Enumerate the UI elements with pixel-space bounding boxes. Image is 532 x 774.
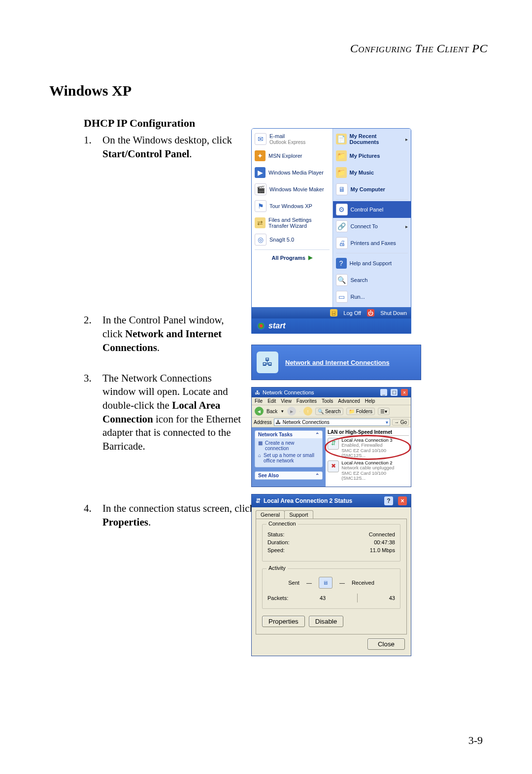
menu-help[interactable]: Help	[365, 398, 375, 404]
start-item-wmp[interactable]: ▶ Windows Media Player	[252, 164, 332, 181]
label: My Pictures	[350, 153, 380, 159]
menu-favorites[interactable]: Favorites	[297, 398, 317, 404]
go-button[interactable]: → Go	[392, 419, 409, 425]
task-home-network[interactable]: ⌂Set up a home or small office network	[258, 453, 319, 463]
run-icon: ▭	[336, 291, 348, 303]
label: SnagIt 5.0	[269, 237, 294, 243]
local-area-connection-2[interactable]: ✖ Local Area Connection 2Network cable u…	[328, 460, 409, 481]
step-bold: Start/Control Panel	[102, 148, 189, 160]
step-post: .	[157, 342, 160, 353]
start-item-msn[interactable]: ✦ MSN Explorer	[252, 147, 332, 164]
menu-file[interactable]: File	[255, 398, 263, 404]
activity-group: Activity Sent — 🖥 — Received Packets: 43…	[262, 568, 400, 609]
menu-view[interactable]: View	[281, 398, 292, 404]
arrow-icon: ▶	[308, 254, 312, 261]
menu-tools[interactable]: Tools	[322, 398, 333, 404]
folder-icon: 📁	[336, 167, 347, 178]
views-button[interactable]: ☰▾	[378, 408, 390, 415]
start-item-tour[interactable]: ⚑ Tour Windows XP	[252, 198, 332, 214]
up-button[interactable]: ↑	[303, 407, 312, 416]
label: All Programs	[272, 255, 305, 261]
local-area-connection-3[interactable]: ⇵ Local Area Connection 3Enabled, Firewa…	[328, 438, 409, 458]
start-menu-right-column: 📄 My Recent Documents ▸ 📁 My Pictures 📁 …	[332, 129, 411, 307]
wizard-icon: ▦	[258, 440, 263, 446]
start-item-snagit[interactable]: ◎ SnagIt 5.0	[252, 231, 332, 248]
status-label: Status:	[267, 531, 284, 537]
start-item-run[interactable]: ▭ Run...	[333, 288, 411, 305]
chevron-right-icon: ▸	[405, 137, 408, 142]
start-item-email[interactable]: ✉ E-mailOutlook Express	[252, 131, 332, 147]
start-item-fst[interactable]: ⇄ Files and Settings Transfer Wizard	[252, 214, 332, 231]
see-also-panel: See Also⌃	[255, 471, 323, 480]
label: Windows Movie Maker	[269, 186, 324, 192]
start-item-pictures[interactable]: 📁 My Pictures	[333, 147, 411, 164]
email-icon: ✉	[255, 133, 266, 145]
label: Files and Settings Transfer Wizard	[268, 217, 330, 229]
start-button[interactable]: start	[252, 318, 411, 333]
network-tasks-panel: Network Tasks⌃ ▦Create a new connection …	[255, 430, 323, 467]
all-programs-button[interactable]: All Programs ▶	[252, 251, 332, 263]
menu-bar: File Edit View Favorites Tools Advanced …	[252, 397, 411, 405]
close-button[interactable]: ×	[401, 389, 408, 396]
start-item-printers[interactable]: 🖨 Printers and Faxes	[333, 235, 411, 251]
panel-title: Network Tasks	[258, 432, 293, 437]
toolbar: ◄ Back▼ ► · ↑ 🔍Search 📁Folders ☰▾	[252, 405, 411, 418]
back-button[interactable]: ◄	[255, 407, 264, 416]
lan-icon: ⇵	[328, 438, 339, 450]
start-menu: ✉ E-mailOutlook Express ✦ MSN Explorer ▶…	[251, 128, 411, 334]
address-field[interactable]: 🖧 Network Connections ▾	[274, 419, 390, 426]
menu-edit[interactable]: Edit	[267, 398, 276, 404]
chevron-right-icon: ▸	[405, 224, 408, 229]
page-number: 3-9	[468, 734, 483, 747]
start-item-mycomputer[interactable]: 🖥 My Computer	[333, 181, 411, 198]
connection-group: Connection Status:Connected Duration:00:…	[262, 524, 400, 562]
collapse-icon[interactable]: ⌃	[315, 432, 319, 437]
minimize-button[interactable]: _	[380, 389, 387, 396]
conn-nic: SMC EZ Card 10/100 (SMC12S...	[341, 448, 409, 458]
start-item-help[interactable]: ? Help and Support	[333, 255, 411, 272]
search-icon: 🔍	[336, 274, 348, 286]
film-icon: 🎬	[255, 183, 266, 195]
cp-category-header: 🖧 Network and Internet Connections	[251, 345, 421, 380]
tab-support[interactable]: Support	[284, 510, 313, 519]
address-label: Address	[254, 420, 272, 425]
disable-button[interactable]: Disable	[309, 616, 343, 627]
step-bold: Properties	[102, 516, 148, 528]
step-number: 4.	[84, 502, 102, 516]
close-button[interactable]: ×	[398, 496, 407, 505]
maximize-button[interactable]: ☐	[391, 389, 398, 396]
step-number: 3.	[84, 372, 102, 386]
controlpanel-icon: ⚙	[336, 204, 348, 215]
task-create-conn[interactable]: ▦Create a new connection	[258, 440, 319, 451]
shutdown-button[interactable]: Shut Down	[380, 310, 407, 316]
folders-button[interactable]: 📁Folders	[346, 408, 375, 415]
menu-advanced[interactable]: Advanced	[338, 398, 360, 404]
search-button[interactable]: 🔍Search	[315, 408, 343, 415]
sublabel: Outlook Express	[269, 140, 305, 145]
label: Tour Windows XP	[269, 203, 312, 209]
start-item-search[interactable]: 🔍 Search	[333, 272, 411, 288]
logoff-button[interactable]: Log Off	[343, 310, 361, 316]
panel-title: See Also	[258, 473, 279, 478]
start-item-connectto[interactable]: 🔗 Connect To ▸	[333, 218, 411, 235]
collapse-icon[interactable]: ⌃	[315, 473, 319, 478]
properties-button[interactable]: Properties	[262, 616, 305, 627]
start-item-recent[interactable]: 📄 My Recent Documents ▸	[333, 131, 411, 147]
network-connections-window: 🖧 Network Connections _ ☐ × File Edit Vi…	[251, 387, 411, 487]
network-category-link[interactable]: Network and Internet Connections	[285, 359, 390, 366]
help-button[interactable]: ?	[384, 496, 393, 505]
start-item-controlpanel[interactable]: ⚙ Control Panel	[333, 201, 411, 218]
windows-flag-icon	[257, 321, 266, 330]
forward-button[interactable]: ►	[287, 407, 296, 416]
dropdown-icon[interactable]: ▾	[386, 420, 388, 425]
tab-general[interactable]: General	[256, 510, 285, 519]
printer-icon: 🖨	[336, 237, 348, 249]
close-dialog-button[interactable]: Close	[367, 638, 405, 650]
start-item-moviemaker[interactable]: 🎬 Windows Movie Maker	[252, 181, 332, 198]
flag-icon: ⚑	[255, 200, 266, 212]
step-text: In the connection status screen, click	[102, 502, 255, 514]
netconn-icon: 🖧	[276, 420, 281, 425]
label: My Recent Documents	[350, 133, 403, 145]
label: My Computer	[351, 186, 385, 192]
start-item-music[interactable]: 📁 My Music	[333, 164, 411, 181]
